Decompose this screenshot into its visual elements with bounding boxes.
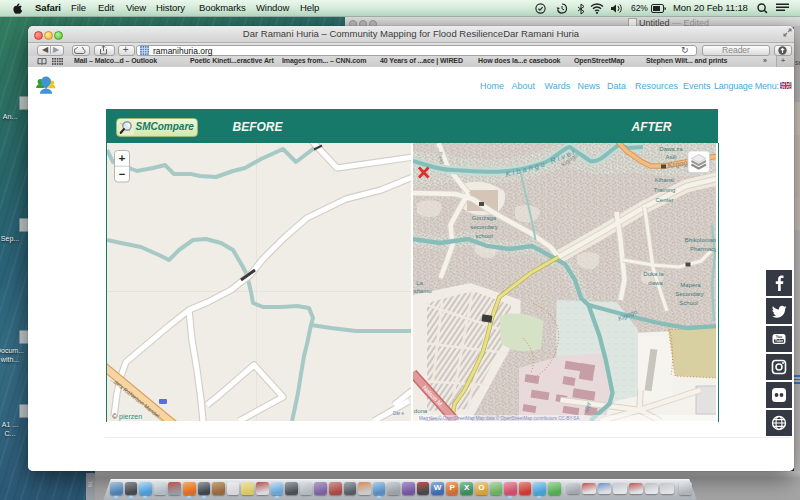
- svg-text:Duka la: Duka la: [643, 271, 664, 277]
- svg-text:dona: dona: [413, 408, 427, 414]
- svg-text:La: La: [416, 280, 423, 286]
- svg-text:Secondary: Secondary: [675, 291, 704, 297]
- svg-text:secondary: secondary: [470, 224, 498, 230]
- svg-text:Pharmacy: Pharmacy: [689, 246, 716, 252]
- svg-text:Map tiles © OpenStreetMap Ma: Map tiles © OpenStreetMap Map data © Ope…: [419, 415, 579, 421]
- svg-text:Dawa za: Dawa za: [659, 146, 683, 152]
- svg-text:shamu: shamu: [413, 288, 431, 294]
- svg-text:dawa: dawa: [648, 280, 663, 286]
- svg-text:School: School: [679, 300, 697, 306]
- svg-text:Kihansi: Kihansi: [654, 177, 674, 183]
- svg-text:Mapera: Mapera: [680, 282, 701, 288]
- svg-text:+: +: [118, 152, 124, 164]
- svg-text:Center: Center: [655, 197, 673, 203]
- svg-text:Gonzaga: Gonzaga: [471, 215, 496, 221]
- svg-text:Training: Training: [653, 187, 674, 193]
- svg-text:Bhikoloman: Bhikoloman: [684, 237, 715, 243]
- svg-text:Tube: Tube: [775, 339, 783, 343]
- svg-text:−: −: [118, 168, 124, 180]
- svg-text:© pierzen: © pierzen: [112, 413, 142, 421]
- svg-text:Dar e: Dar e: [393, 411, 405, 416]
- svg-text:school: school: [475, 233, 492, 239]
